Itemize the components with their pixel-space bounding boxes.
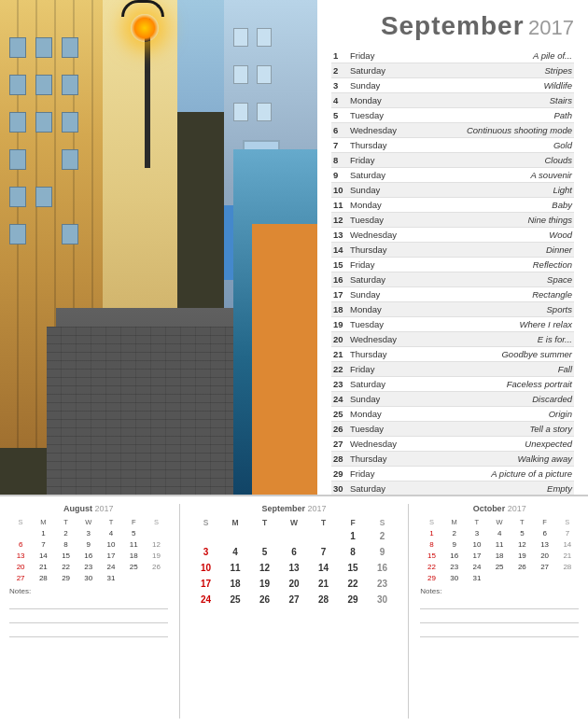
cal-day: 16 <box>443 550 466 561</box>
cal-day: 8 <box>338 544 368 560</box>
day-num: 9 <box>331 168 348 183</box>
cal-day: 2 <box>443 527 466 538</box>
schedule-row: 11 Monday Baby <box>331 198 574 213</box>
cal-day: 8 <box>420 538 442 550</box>
day-name: Wednesday <box>348 332 413 347</box>
event-name: Empty <box>413 482 574 496</box>
schedule-row: 21 Thursday Goodbye summer <box>331 347 574 362</box>
street-photo <box>0 0 317 495</box>
schedule-row: 15 Friday Reflection <box>331 258 574 272</box>
schedule-row: 17 Sunday Rectangle <box>331 287 574 302</box>
day-name: Tuesday <box>348 108 413 123</box>
cal-day: 11 <box>220 560 250 576</box>
cal-day: 25 <box>488 561 511 572</box>
day-name: Tuesday <box>348 422 413 437</box>
cal-day: 15 <box>54 550 77 561</box>
day-num: 17 <box>331 287 348 302</box>
day-name: Tuesday <box>348 213 413 228</box>
cal-day: 31 <box>466 572 488 583</box>
cal-day <box>191 528 221 544</box>
day-num: 19 <box>331 317 348 332</box>
schedule-row: 3 Sunday Wildlife <box>331 78 574 93</box>
cal-day: 22 <box>338 576 368 592</box>
cal-day <box>220 528 250 544</box>
day-num: 12 <box>331 213 348 228</box>
month-year: 2017 <box>528 16 574 39</box>
day-name: Thursday <box>348 347 413 362</box>
cal-day: 23 <box>443 561 466 572</box>
event-name: Wildlife <box>413 78 574 93</box>
cal-day: 13 <box>279 560 309 576</box>
cal-day: 25 <box>122 561 145 572</box>
october-grid: SMTWTFS 12345678910111213141516171819202… <box>420 517 579 583</box>
cal-day <box>279 528 309 544</box>
schedule-row: 26 Tuesday Tell a story <box>331 422 574 437</box>
day-name: Wednesday <box>348 123 413 138</box>
day-name: Friday <box>348 153 413 168</box>
day-name: Sunday <box>348 287 413 302</box>
event-name: Gold <box>413 138 574 153</box>
schedule-row: 10 Sunday Light <box>331 183 574 198</box>
cal-day: 3 <box>77 527 100 538</box>
cal-day: 30 <box>77 572 100 583</box>
october-calendar: October 2017 SMTWTFS 1234567891011121314… <box>420 504 579 719</box>
schedule-row: 8 Friday Clouds <box>331 153 574 168</box>
cal-day: 20 <box>9 561 32 572</box>
cal-day: 19 <box>250 576 280 592</box>
cal-day: 27 <box>9 572 32 583</box>
event-name: Light <box>413 183 574 198</box>
cal-day: 7 <box>32 538 54 550</box>
cal-day: 17 <box>191 576 221 592</box>
schedule-row: 2 Saturday Stripes <box>331 63 574 78</box>
cal-day: 22 <box>420 561 442 572</box>
cal-day: 12 <box>250 560 280 576</box>
day-num: 2 <box>331 63 348 78</box>
event-name: Origin <box>413 407 574 422</box>
day-num: 14 <box>331 243 348 258</box>
day-name: Friday <box>348 467 413 482</box>
bottom-section: August 2017 SMTWTFS 12345678910111213141… <box>0 495 588 726</box>
day-num: 26 <box>331 422 348 437</box>
day-num: 27 <box>331 437 348 452</box>
cal-day: 12 <box>145 538 167 550</box>
schedule-row: 16 Saturday Space <box>331 272 574 287</box>
day-name: Wednesday <box>348 437 413 452</box>
calendar-side: September 2017 1 Friday A pile of... 2 S… <box>317 0 588 495</box>
day-num: 30 <box>331 482 348 496</box>
cal-day: 6 <box>533 527 555 538</box>
cal-day: 1 <box>420 527 442 538</box>
cal-day: 31 <box>100 572 122 583</box>
event-name: Nine things <box>413 213 574 228</box>
day-name: Saturday <box>348 377 413 392</box>
cal-day: 18 <box>122 550 145 561</box>
cal-day: 9 <box>443 538 466 550</box>
day-name: Saturday <box>348 168 413 183</box>
day-name: Friday <box>348 362 413 377</box>
day-name: Saturday <box>348 482 413 496</box>
event-name: Rectangle <box>413 287 574 302</box>
cal-day: 26 <box>145 561 167 572</box>
cal-day: 6 <box>279 544 309 560</box>
day-num: 11 <box>331 198 348 213</box>
cal-day: 28 <box>309 592 339 607</box>
photo-container <box>0 0 317 495</box>
schedule-row: 28 Thursday Walking away <box>331 452 574 467</box>
cal-day: 7 <box>556 527 579 538</box>
cal-day: 24 <box>100 561 122 572</box>
cal-day <box>9 527 32 538</box>
cal-day: 1 <box>338 528 368 544</box>
cal-day: 4 <box>220 544 250 560</box>
event-name: Reflection <box>413 258 574 272</box>
event-name: Sports <box>413 302 574 317</box>
cal-day: 23 <box>77 561 100 572</box>
cal-day: 10 <box>191 560 221 576</box>
day-num: 28 <box>331 452 348 467</box>
event-name: Stairs <box>413 93 574 108</box>
cal-day: 21 <box>32 561 54 572</box>
event-name: Space <box>413 272 574 287</box>
schedule-row: 20 Wednesday E is for... <box>331 332 574 347</box>
event-name: E is for... <box>413 332 574 347</box>
day-num: 7 <box>331 138 348 153</box>
august-grid: SMTWTFS 12345678910111213141516171819202… <box>9 517 168 583</box>
cal-day: 16 <box>368 560 398 576</box>
